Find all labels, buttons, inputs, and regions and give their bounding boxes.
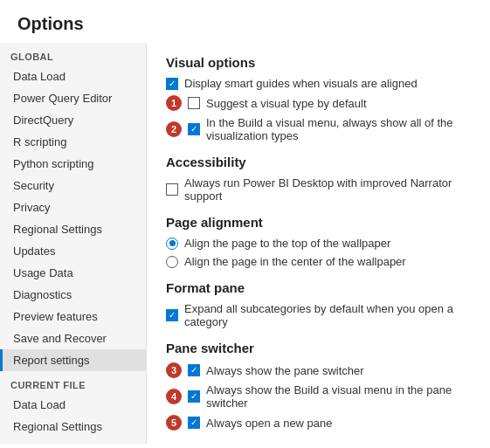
sidebar-cf-item-data-load[interactable]: Data Load	[0, 394, 146, 416]
checkbox-3-0[interactable]	[166, 309, 178, 321]
badge-3: 3	[166, 362, 182, 378]
sidebar-item-power-query-editor[interactable]: Power Query Editor	[0, 87, 146, 109]
sidebar-item-diagnostics[interactable]: Diagnostics	[0, 284, 146, 306]
sidebar-item-save-and-recover[interactable]: Save and Recover	[0, 327, 146, 349]
sidebar-item-security[interactable]: Security	[0, 175, 146, 196]
badge-4: 4	[166, 389, 182, 404]
section-heading-4: Pane switcher	[166, 341, 471, 355]
checkbox-4-2[interactable]	[188, 417, 200, 429]
section-heading-3: Format pane	[166, 280, 471, 295]
option-label-0-1: Suggest a visual type by default	[206, 97, 367, 110]
sidebar-item-usage-data[interactable]: Usage Data	[0, 262, 146, 284]
sidebar: GLOBAL Data LoadPower Query EditorDirect…	[0, 43, 147, 444]
sidebar-currentfile-label: CURRENT FILE	[0, 371, 146, 394]
option-row-0-2[interactable]: 2In the Build a visual menu, always show…	[166, 116, 471, 142]
option-label-4-0: Always show the pane switcher	[206, 364, 364, 377]
option-row-4-2[interactable]: 5Always open a new pane	[166, 415, 471, 431]
sidebar-item-directquery[interactable]: DirectQuery	[0, 109, 146, 131]
option-row-2-0[interactable]: Align the page to the top of the wallpap…	[166, 237, 471, 250]
section-heading-1: Accessibility	[166, 155, 471, 169]
checkbox-4-0[interactable]	[188, 364, 200, 376]
option-label-3-0: Expand all subcategories by default when…	[184, 302, 471, 328]
option-row-0-0[interactable]: Display smart guides when visuals are al…	[166, 77, 471, 90]
checkbox-1-0[interactable]	[166, 183, 178, 196]
section-heading-0: Visual options	[166, 55, 471, 70]
option-label-0-2: In the Build a visual menu, always show …	[206, 116, 471, 142]
checkbox-0-2[interactable]	[188, 123, 200, 135]
checkbox-0-0[interactable]	[166, 78, 178, 90]
option-row-0-1[interactable]: 1Suggest a visual type by default	[166, 95, 471, 111]
option-row-4-1[interactable]: 4Always show the Build a visual menu in …	[166, 383, 471, 410]
sidebar-global-label: GLOBAL	[0, 43, 146, 65]
sidebar-item-r-scripting[interactable]: R scripting	[0, 131, 146, 153]
option-row-1-0[interactable]: Always run Power BI Desktop with improve…	[166, 176, 471, 203]
main-content: Visual optionsDisplay smart guides when …	[147, 43, 490, 444]
sidebar-item-report-settings[interactable]: Report settings	[0, 349, 146, 371]
option-label-1-0: Always run Power BI Desktop with improve…	[184, 176, 471, 203]
sidebar-item-data-load[interactable]: Data Load	[0, 65, 146, 87]
badge-1: 1	[166, 95, 182, 111]
badge-2: 2	[166, 121, 182, 137]
sidebar-cf-item-regional-settings[interactable]: Regional Settings	[0, 416, 146, 438]
option-row-3-0[interactable]: Expand all subcategories by default when…	[166, 302, 471, 328]
radio-2-1[interactable]	[166, 256, 178, 268]
checkbox-4-1[interactable]	[188, 390, 200, 403]
sidebar-item-regional-settings[interactable]: Regional Settings	[0, 218, 146, 240]
option-label-4-2: Always open a new pane	[206, 417, 333, 430]
option-row-4-0[interactable]: 3Always show the pane switcher	[166, 362, 471, 378]
option-label-2-1: Align the page in the center of the wall…	[184, 255, 406, 268]
radio-2-0[interactable]	[166, 238, 178, 250]
badge-5: 5	[166, 415, 182, 431]
option-label-2-0: Align the page to the top of the wallpap…	[184, 237, 390, 250]
checkbox-0-1[interactable]	[188, 97, 200, 109]
section-heading-2: Page alignment	[166, 215, 471, 230]
sidebar-item-privacy[interactable]: Privacy	[0, 196, 146, 218]
page-title: Options	[0, 0, 490, 43]
option-label-4-1: Always show the Build a visual menu in t…	[206, 383, 471, 410]
sidebar-item-updates[interactable]: Updates	[0, 240, 146, 262]
sidebar-item-python-scripting[interactable]: Python scripting	[0, 153, 146, 175]
sidebar-item-preview-features[interactable]: Preview features	[0, 306, 146, 327]
option-row-2-1[interactable]: Align the page in the center of the wall…	[166, 255, 471, 268]
option-label-0-0: Display smart guides when visuals are al…	[184, 77, 418, 90]
